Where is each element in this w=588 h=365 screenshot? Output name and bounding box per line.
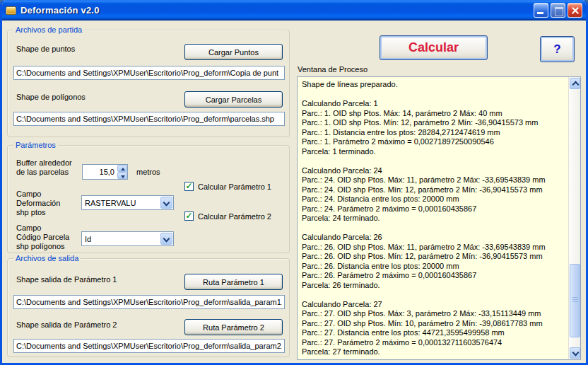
checkbox-box[interactable]: ✓ — [184, 212, 194, 221]
polygons-path-input[interactable] — [13, 112, 285, 126]
buffer-label: Buffer alrededor de las parcelas — [16, 158, 72, 177]
combo-value: Id — [82, 235, 160, 243]
process-log-box: Shape de líneas preparado. Calculando Pa… — [297, 76, 581, 360]
group-title: Archivos de partida — [13, 25, 84, 34]
calc-param1-checkbox[interactable]: ✓ Calcular Parámetro 1 — [184, 182, 271, 191]
checkbox-box[interactable]: ✓ — [184, 182, 194, 191]
group-archivos-partida: Archivos de partida Shape de puntos Carg… — [7, 30, 290, 137]
chevron-down-icon[interactable] — [160, 197, 172, 209]
polygons-shape-label: Shape de polígonos — [16, 93, 86, 102]
close-icon[interactable] — [568, 3, 582, 18]
scroll-down-icon[interactable] — [570, 347, 580, 359]
calc-param1-label: Calcular Parámetro 1 — [198, 182, 271, 191]
check-icon: ✓ — [185, 182, 192, 190]
app-icon — [6, 6, 16, 15]
param1-path-input[interactable] — [13, 295, 285, 309]
check-icon: ✓ — [185, 212, 192, 220]
load-parcels-button[interactable]: Cargar Parcelas — [184, 91, 283, 108]
group-parametros: Parámetros Buffer alrededor de las parce… — [7, 145, 290, 253]
param2-output-label: Shape salida de Parámetro 2 — [16, 320, 117, 330]
route-param1-button[interactable]: Ruta Parámetro 1 — [184, 274, 283, 290]
buffer-value-input[interactable] — [83, 165, 117, 179]
calculate-button[interactable]: Calcular — [380, 35, 488, 60]
points-path-input[interactable] — [13, 66, 285, 80]
group-title: Archivos de salida — [13, 254, 81, 262]
spinner-down-icon[interactable] — [117, 172, 127, 179]
scroll-up-icon[interactable] — [570, 78, 580, 89]
app-window: Deformación v2.0 Archivos de partida Sha… — [0, 0, 588, 365]
group-archivos-salida: Archivos de salida Shape salida de Parám… — [7, 258, 290, 357]
group-title: Parámetros — [13, 141, 58, 149]
window-title: Deformación v2.0 — [20, 5, 100, 16]
spinner-up-icon[interactable] — [117, 165, 127, 172]
param1-output-label: Shape salida de Parámetro 1 — [16, 275, 117, 284]
titlebar[interactable]: Deformación v2.0 — [0, 0, 588, 21]
combo-value: RASTERVALU — [82, 199, 160, 207]
calc-param2-label: Calcular Parámetro 2 — [198, 212, 271, 221]
help-button[interactable]: ? — [540, 36, 575, 62]
route-param2-button[interactable]: Ruta Parámetro 2 — [184, 319, 283, 335]
process-log-text[interactable]: Shape de líneas preparado. Calculando Pa… — [298, 77, 568, 359]
points-shape-label: Shape de puntos — [16, 45, 75, 54]
calc-param2-checkbox[interactable]: ✓ Calcular Parámetro 2 — [184, 212, 271, 221]
buffer-spinner — [82, 164, 128, 180]
maximize-icon[interactable] — [551, 3, 565, 18]
process-window-label: Ventana de Proceso — [298, 65, 368, 74]
log-scrollbar[interactable] — [568, 77, 580, 359]
campo-codigo-label: Campo Código Parcela shp polígonos — [16, 224, 69, 251]
load-points-button[interactable]: Cargar Puntos — [184, 44, 283, 60]
campo-deformacion-combo[interactable]: RASTERVALU — [81, 195, 174, 210]
scrollbar-thumb[interactable] — [570, 264, 580, 337]
campo-deformacion-label: Campo Deformación shp ptos — [16, 190, 60, 217]
chevron-down-icon[interactable] — [160, 233, 172, 245]
param2-path-input[interactable] — [13, 339, 285, 353]
buffer-unit-label: metros — [136, 168, 160, 177]
campo-codigo-combo[interactable]: Id — [81, 231, 174, 246]
minimize-icon[interactable] — [534, 3, 548, 18]
